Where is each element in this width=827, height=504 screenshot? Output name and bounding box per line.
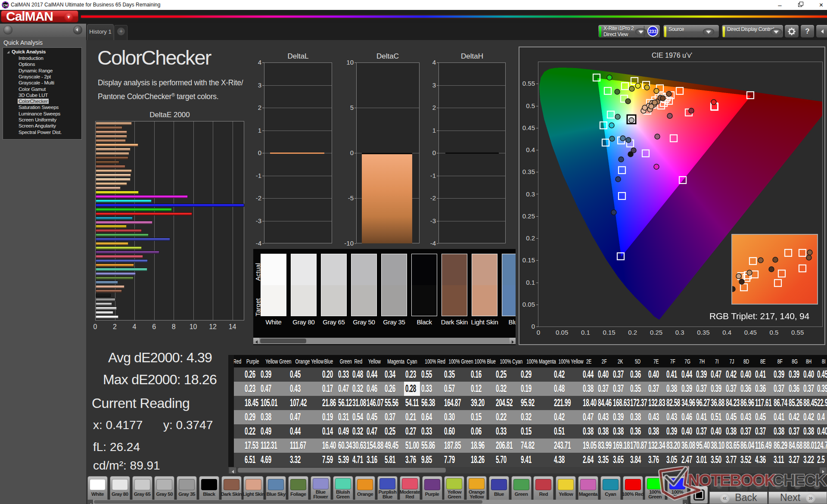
svg-text:NOTEBOOK: NOTEBOOK <box>688 471 776 489</box>
svg-text:CHECK: CHECK <box>772 471 827 489</box>
svg-text:CM: CM <box>3 4 8 7</box>
